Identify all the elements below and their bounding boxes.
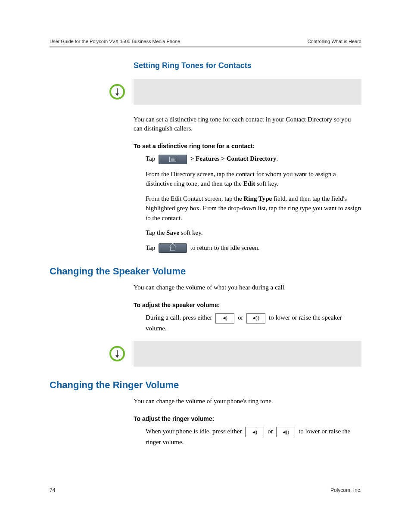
page-header: User Guide for the Polycom VVX 1500 Busi…	[50, 39, 361, 47]
procedure-heading-2: To adjust the speaker volume:	[134, 302, 361, 308]
step5-post: to return to the idle screen.	[190, 244, 260, 251]
step2-post: soft key.	[255, 180, 278, 187]
menu-button-icon	[159, 155, 187, 164]
note-icon-column	[50, 79, 134, 100]
step-2: From the Directory screen, tap the conta…	[146, 169, 361, 189]
procedure-heading-1: To set a distinctive ring tone for a con…	[134, 143, 361, 149]
tip-icon	[109, 83, 126, 100]
intro-paragraph-1: You can set a distinctive ring tone for …	[134, 115, 361, 133]
speaker-step-or: or	[238, 314, 243, 321]
note-body-1	[134, 79, 361, 105]
intro-paragraph-3: You can change the volume of your phone'…	[134, 397, 361, 406]
note-body-2	[134, 341, 361, 367]
step-3: From the Edit Contact screen, tap the Ri…	[146, 194, 361, 223]
section-subtitle-ringtones: Setting Ring Tones for Contacts	[134, 61, 361, 70]
ringer-step-pre: When your phone is idle, press either	[146, 428, 242, 435]
volume-down-key-2: ◂)	[245, 427, 264, 437]
step2-bold: Edit	[243, 180, 255, 187]
step4-pre: Tap the	[146, 229, 166, 236]
header-left: User Guide for the Polycom VVX 1500 Busi…	[50, 39, 180, 44]
step1-period: .	[277, 155, 278, 162]
step1-path: > Features > Contact Directory	[190, 155, 277, 162]
step1-pre: Tap	[146, 155, 155, 162]
company-name: Polycom, Inc.	[330, 487, 361, 493]
home-button-icon	[159, 243, 187, 253]
step-1: Tap > Features > Contact Directory.	[146, 154, 361, 164]
step-4: Tap the Save soft key.	[146, 228, 361, 238]
volume-up-key: ◂))	[246, 313, 265, 324]
ringer-step-or: or	[268, 428, 273, 435]
note-icon-column-2	[50, 341, 134, 362]
volume-down-key: ◂)	[215, 313, 234, 324]
volume-up-key-2: ◂))	[276, 427, 295, 437]
page-number: 74	[50, 487, 55, 493]
step4-bold: Save	[166, 229, 179, 236]
speaker-step: During a call, press either ◂) or ◂)) to…	[146, 313, 361, 333]
page-footer: 74 Polycom, Inc.	[50, 487, 361, 493]
section-title-speaker: Changing the Speaker Volume	[50, 266, 361, 277]
step2-pre: From the Directory screen, tap the conta…	[146, 171, 336, 187]
document-page: User Guide for the Polycom VVX 1500 Busi…	[0, 0, 411, 532]
ringer-step: When your phone is idle, press either ◂)…	[146, 426, 361, 447]
step3-bold: Ring Type	[243, 195, 272, 202]
note-block-1	[50, 79, 361, 105]
section-title-ringer: Changing the Ringer Volume	[50, 380, 361, 391]
tip-icon	[109, 345, 126, 362]
intro-paragraph-2: You can change the volume of what you he…	[134, 283, 361, 292]
step-5: Tap to return to the idle screen.	[146, 243, 361, 253]
step3-pre: From the Edit Contact screen, tap the	[146, 195, 243, 202]
speaker-step-pre: During a call, press either	[146, 314, 212, 321]
step5-pre: Tap	[146, 244, 155, 251]
header-right: Controlling What is Heard	[308, 39, 361, 44]
step4-post: soft key.	[179, 229, 202, 236]
note-block-2	[50, 341, 361, 367]
procedure-heading-3: To adjust the ringer volume:	[134, 415, 361, 422]
